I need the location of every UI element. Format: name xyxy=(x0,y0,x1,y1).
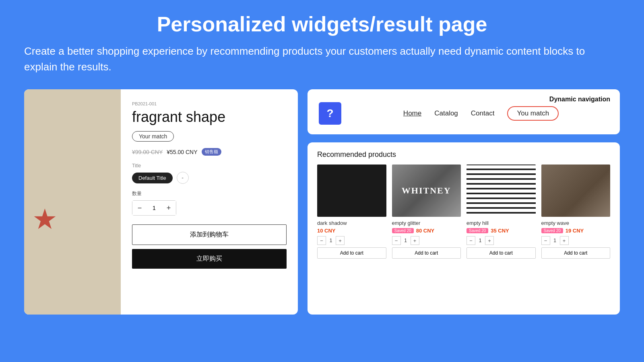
card-name-2: empty glitter xyxy=(392,220,461,226)
card-price-2: 80 CNY xyxy=(416,228,435,234)
title-dash-button[interactable]: - xyxy=(177,172,189,184)
navigation-panel: Dynamic navigation ? Home Catalog Contac… xyxy=(308,89,620,134)
card-price-1: 10 CNY xyxy=(317,228,336,234)
card-qty-minus-3[interactable]: − xyxy=(466,236,475,245)
nav-catalog-link[interactable]: Catalog xyxy=(434,109,458,117)
recommended-title: Recommended products xyxy=(317,150,610,159)
card-saved-badge-3: Saved 20 xyxy=(466,228,488,233)
default-title-button[interactable]: Default Title xyxy=(132,173,173,183)
qty-plus-button[interactable]: + xyxy=(161,201,176,215)
list-item: WHITNEY empty glitter Saved 20 80 CNY − … xyxy=(392,165,461,259)
product-image: ★ xyxy=(24,89,121,315)
price-row: ¥99.00 CNY ¥55.00 CNY 销售额 xyxy=(132,148,287,156)
card-name-1: dark shadow xyxy=(317,220,386,226)
card-qty-plus-2[interactable]: + xyxy=(411,236,419,245)
nav-you-match-link[interactable]: You match xyxy=(507,106,559,121)
card-name-3: empty hill xyxy=(466,220,536,226)
card-qty-minus-4[interactable]: − xyxy=(541,236,550,245)
product-image-bg: ★ xyxy=(24,89,121,315)
product-card-image-1 xyxy=(317,165,386,217)
product-info: PB2021-001 fragrant shape Your match ¥99… xyxy=(121,89,298,315)
card-qty-val-4: 1 xyxy=(552,238,558,243)
title-options: Default Title - xyxy=(132,172,287,184)
products-grid: dark shadow 10 CNY − 1 + Add to cart xyxy=(317,165,610,259)
nav-home-link[interactable]: Home xyxy=(403,109,421,117)
card-qty-plus-4[interactable]: + xyxy=(560,236,569,245)
buy-now-button[interactable]: 立即购买 xyxy=(132,249,287,269)
card-qty-row-1: − 1 + xyxy=(317,236,386,245)
nav-links: Home Catalog Contact You match xyxy=(353,106,609,121)
recommended-panel: Recommended products dark shadow 10 CNY … xyxy=(308,142,620,315)
sale-badge: 销售额 xyxy=(202,148,221,156)
card-qty-row-3: − 1 + xyxy=(466,236,536,245)
card-price-row-1: 10 CNY xyxy=(317,228,386,234)
page-title: Personalized widgets/result page xyxy=(24,12,620,36)
product-card-image-2: WHITNEY xyxy=(392,165,461,217)
title-label: Title xyxy=(132,163,287,169)
list-item: empty wave Saved 20 19 CNY − 1 + Add to … xyxy=(541,165,611,259)
card-price-3: 35 CNY xyxy=(491,228,509,234)
your-match-badge: Your match xyxy=(132,131,174,142)
qty-stepper: − 1 + xyxy=(132,200,176,216)
product-card-image-3 xyxy=(466,165,536,217)
card-saved-badge-4: Saved 20 xyxy=(541,228,563,233)
panels-row: ★ PB2021-001 fragrant shape Your match ¥… xyxy=(24,89,620,315)
card-qty-minus-1[interactable]: − xyxy=(317,236,326,245)
right-panel: Dynamic navigation ? Home Catalog Contac… xyxy=(308,89,620,315)
card-qty-minus-2[interactable]: − xyxy=(392,236,401,245)
card-qty-row-4: − 1 + xyxy=(541,236,611,245)
card-qty-plus-3[interactable]: + xyxy=(485,236,494,245)
card-qty-val-1: 1 xyxy=(328,238,334,243)
nav-content: ? Home Catalog Contact You match xyxy=(319,102,609,125)
product-sku: PB2021-001 xyxy=(132,101,287,106)
list-item: dark shadow 10 CNY − 1 + Add to cart xyxy=(317,165,386,259)
product-card-image-4 xyxy=(541,165,611,217)
price-original: ¥99.00 CNY xyxy=(132,149,163,155)
card-add-button-3[interactable]: Add to cart xyxy=(466,247,536,259)
product-name: fragrant shape xyxy=(132,109,287,125)
add-to-cart-button[interactable]: 添加到购物车 xyxy=(132,224,287,245)
card-saved-badge-2: Saved 20 xyxy=(392,228,414,233)
card-price-row-2: Saved 20 80 CNY xyxy=(392,228,461,234)
card-add-button-1[interactable]: Add to cart xyxy=(317,247,386,259)
card-price-row-3: Saved 20 35 CNY xyxy=(466,228,536,234)
list-item: empty hill Saved 20 35 CNY − 1 + Add to … xyxy=(466,165,536,259)
qty-minus-button[interactable]: − xyxy=(132,201,147,215)
card-qty-row-2: − 1 + xyxy=(392,236,461,245)
tshirt-star-icon: ★ xyxy=(32,203,58,236)
card-name-4: empty wave xyxy=(541,220,611,226)
page-wrapper: Personalized widgets/result page Create … xyxy=(0,0,644,362)
card-qty-val-3: 1 xyxy=(477,238,483,243)
card-add-button-4[interactable]: Add to cart xyxy=(541,247,611,259)
nav-logo: ? xyxy=(319,102,341,125)
price-sale: ¥55.00 CNY xyxy=(167,149,197,155)
card-qty-val-2: 1 xyxy=(402,238,409,243)
card-add-button-2[interactable]: Add to cart xyxy=(392,247,461,259)
nav-contact-link[interactable]: Contact xyxy=(471,109,495,117)
card-qty-plus-1[interactable]: + xyxy=(336,236,345,245)
card-price-4: 19 CNY xyxy=(566,228,584,234)
qty-label: 数量 xyxy=(132,190,287,197)
product-detail-panel: ★ PB2021-001 fragrant shape Your match ¥… xyxy=(24,89,298,315)
page-subtitle: Create a better shopping experience by r… xyxy=(24,43,620,75)
dynamic-nav-label: Dynamic navigation xyxy=(549,96,610,103)
qty-value: 1 xyxy=(147,205,161,211)
card-price-row-4: Saved 20 19 CNY xyxy=(541,228,611,234)
whitney-text: WHITNEY xyxy=(402,185,451,196)
